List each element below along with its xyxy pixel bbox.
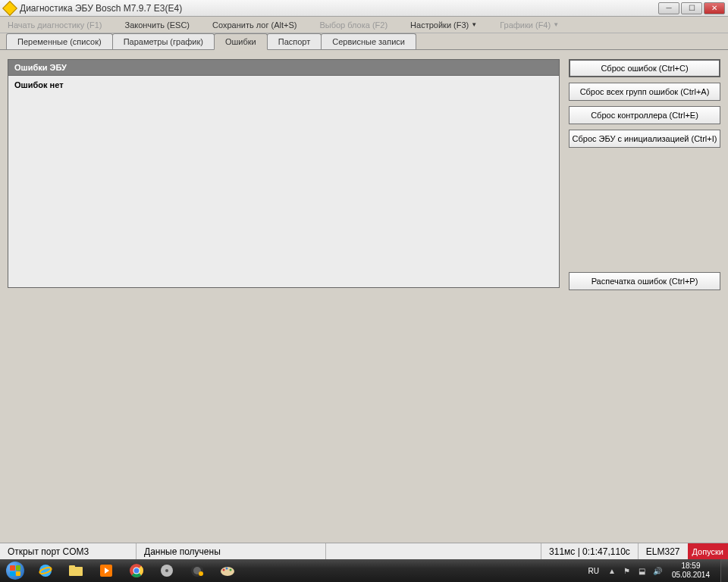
tabbar: Переменные (список) Параметры (график) О… [0,33,728,50]
maximize-button[interactable]: ☐ [681,2,702,14]
taskbar-app-icon[interactable] [183,560,212,581]
reset-all-groups-button[interactable]: Сброс всех групп ошибок (Ctrl+A) [569,83,720,101]
errors-status-text: Ошибок нет [14,80,64,89]
menu-graphs: Графики (F4) ▼ [500,20,559,30]
tray-flag-icon[interactable]: ⚑ [622,565,632,576]
window-titlebar: Диагностика ЭБУ Bosch M7.9.7 E3(E4) ─ ☐ … [0,0,728,17]
svg-point-18 [226,568,228,570]
svg-point-10 [134,568,140,574]
taskbar-ie-icon[interactable] [31,560,60,581]
tray-volume-icon[interactable]: 🔊 [652,565,663,576]
chevron-down-icon: ▼ [471,21,477,28]
tray-date: 05.08.2014 [672,571,710,580]
errors-panel: Ошибки ЭБУ Ошибок нет [8,59,560,529]
svg-point-15 [199,571,203,576]
windows-icon [6,562,24,580]
menu-select-block: Выбор блока (F2) [319,20,388,30]
spacer [569,153,720,267]
menubar: Начать диагностику (F1) Закончить (ESC) … [0,17,728,33]
taskbar-explorer-icon[interactable] [61,560,90,581]
taskbar-disc-icon[interactable] [152,560,181,581]
svg-point-12 [165,569,168,572]
window-controls: ─ ☐ ✕ [658,2,725,14]
taskbar-paint-icon[interactable] [213,560,242,581]
app-icon [2,1,17,16]
show-desktop-button[interactable] [720,559,728,582]
minimize-button[interactable]: ─ [658,2,679,14]
tray-network-icon[interactable]: ⬓ [637,565,648,576]
content-area: Ошибки ЭБУ Ошибок нет Сброс ошибок (Ctrl… [0,50,728,538]
errors-panel-body: Ошибок нет [8,76,560,288]
start-button[interactable] [0,559,30,582]
menu-settings[interactable]: Настройки (F3) ▼ [410,20,477,30]
tray-language[interactable]: RU [585,567,601,575]
tray-chevron-up-icon[interactable]: ▲ [607,565,617,576]
tab-service-records[interactable]: Сервисные записи [321,33,416,49]
tray-time: 18:59 [672,562,710,571]
reset-ecu-init-button[interactable]: Сброс ЭБУ с инициализацией (Ctrl+I) [569,130,720,148]
svg-point-17 [223,569,225,571]
system-tray: RU ▲ ⚑ ⬓ 🔊 18:59 05.08.2014 [579,559,720,582]
status-tolerances[interactable]: Допуски [688,543,728,559]
tab-passport[interactable]: Паспорт [267,33,322,49]
chevron-down-icon: ▼ [553,21,559,28]
status-port: Открыт порт COM3 [0,543,136,559]
taskbar-chrome-icon[interactable] [122,560,151,581]
menu-finish[interactable]: Закончить (ESC) [124,20,190,30]
svg-point-19 [230,569,232,571]
status-timing: 311мс | 0:1:47,110с [541,543,638,559]
reset-controller-button[interactable]: Сброс контроллера (Ctrl+E) [569,106,720,124]
reset-errors-button[interactable]: Сброс ошибок (Ctrl+C) [569,59,720,77]
print-errors-button[interactable]: Распечатка ошибок (Ctrl+P) [569,272,720,290]
svg-rect-3 [69,565,75,568]
tab-variables-list[interactable]: Переменные (список) [6,33,113,49]
status-data: Данные получены [136,543,326,559]
tab-errors[interactable]: Ошибки [214,33,268,50]
status-adapter: ELM327 [638,543,688,559]
window-title: Диагностика ЭБУ Bosch M7.9.7 E3(E4) [20,3,658,14]
close-button[interactable]: ✕ [704,2,725,14]
taskbar: RU ▲ ⚑ ⬓ 🔊 18:59 05.08.2014 [0,559,728,582]
taskbar-media-icon[interactable] [92,560,121,581]
menu-save-log[interactable]: Сохранить лог (Alt+S) [212,20,297,30]
menu-graphs-label: Графики (F4) [500,20,551,30]
tray-clock[interactable]: 18:59 05.08.2014 [667,562,714,580]
menu-start-diagnostics: Начать диагностику (F1) [8,20,102,30]
statusbar: Открыт порт COM3 Данные получены 311мс |… [0,543,728,559]
actions-panel: Сброс ошибок (Ctrl+C) Сброс всех групп о… [569,59,720,529]
errors-panel-header: Ошибки ЭБУ [8,59,560,76]
tab-parameters-graph[interactable]: Параметры (график) [112,33,215,49]
menu-settings-label: Настройки (F3) [410,20,469,30]
